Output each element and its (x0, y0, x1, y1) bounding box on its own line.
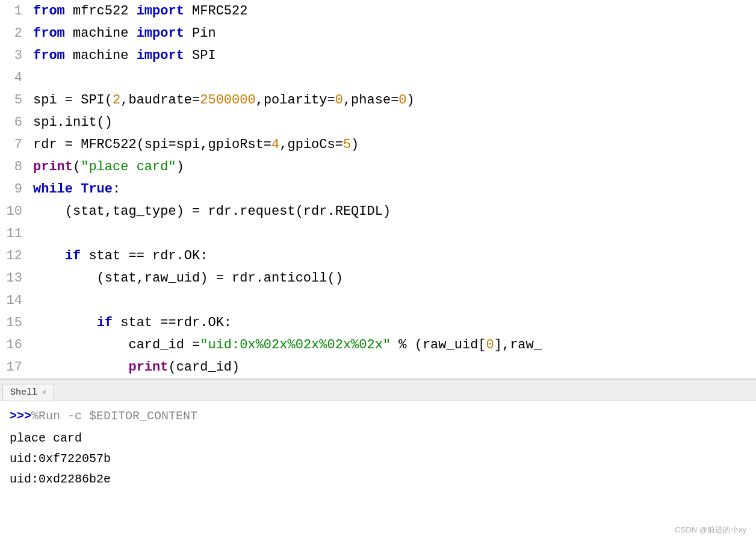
code-token: (stat,tag_type) = rdr.request(rdr.REQIDL… (33, 204, 391, 219)
code-token: "uid:0x%02x%02x%02x%02x" (200, 337, 391, 353)
code-token (33, 248, 65, 263)
shell-output: place carduid:0xf722057buid:0xd2286b2e (10, 428, 746, 490)
line-content: card_id ="uid:0x%02x%02x%02x%02x" % (raw… (33, 334, 756, 356)
line-content: from machine import SPI (33, 45, 756, 67)
line-number: 5 (0, 89, 33, 111)
code-token: ],raw_ (494, 337, 542, 353)
code-token: 2500000 (200, 93, 255, 108)
line-number: 1 (0, 0, 33, 22)
shell-output-line: uid:0xf722057b (10, 449, 746, 469)
line-content: from mfrc522 import MFRC522 (33, 0, 756, 22)
code-token (33, 315, 97, 330)
code-token: ) (176, 159, 184, 174)
code-token: stat == rdr.OK: (81, 248, 208, 263)
code-token: spi.init() (33, 115, 113, 130)
code-token: ) (351, 137, 359, 152)
line-number: 12 (0, 245, 33, 267)
code-token: machine (65, 26, 137, 41)
code-token: ,baudrate= (120, 93, 200, 108)
line-number: 15 (0, 312, 33, 334)
code-token: 0 (398, 93, 406, 108)
line-content: spi.init() (33, 111, 756, 134)
code-token: while (33, 182, 73, 197)
code-line: 7rdr = MFRC522(spi=spi,gpioRst=4,gpioCs=… (0, 134, 756, 156)
code-token: stat ==rdr.OK: (113, 315, 232, 330)
code-line: 14 (0, 289, 756, 312)
code-token: if (97, 315, 113, 330)
line-content: print("place card") (33, 156, 756, 178)
code-token: mfrc522 (65, 4, 137, 19)
line-number: 3 (0, 45, 33, 67)
code-token: card_id = (33, 337, 200, 353)
editor-area: 1from mfrc522 import MFRC5222from machin… (0, 0, 756, 379)
code-token: ) (407, 93, 415, 108)
line-number: 4 (0, 67, 33, 89)
line-content: if stat ==rdr.OK: (33, 312, 756, 334)
code-token: import (137, 4, 184, 19)
code-token: print (33, 159, 73, 174)
code-token: ,polarity= (256, 93, 335, 108)
code-token: 0 (486, 337, 494, 353)
code-line: 10 (stat,tag_type) = rdr.request(rdr.REQ… (0, 200, 756, 223)
code-token: machine (65, 48, 137, 63)
line-number: 6 (0, 111, 33, 134)
line-number: 10 (0, 200, 33, 223)
shell-content: >>> %Run -c $EDITOR_CONTENT place cardui… (0, 401, 756, 531)
code-line: 9while True: (0, 178, 756, 200)
code-token: from (33, 26, 65, 41)
line-content: if stat == rdr.OK: (33, 245, 756, 267)
watermark: CSDN @前进的小xy (675, 525, 746, 535)
shell-tab[interactable]: Shell × (2, 384, 54, 401)
code-token: 0 (335, 93, 343, 108)
code-token: ,gpioCs= (279, 137, 343, 152)
line-number: 11 (0, 223, 33, 245)
line-number: 13 (0, 267, 33, 289)
code-token: (stat,raw_uid) = rdr.anticoll() (33, 271, 343, 286)
code-line: 12 if stat == rdr.OK: (0, 245, 756, 267)
code-token: "place card" (81, 159, 176, 174)
code-line: 1from mfrc522 import MFRC522 (0, 0, 756, 22)
code-line: 3from machine import SPI (0, 45, 756, 67)
code-token: 5 (343, 137, 351, 152)
line-number: 7 (0, 134, 33, 156)
shell-command: %Run -c $EDITOR_CONTENT (31, 406, 197, 427)
line-content: (stat,tag_type) = rdr.request(rdr.REQIDL… (33, 200, 756, 223)
line-content: spi = SPI(2,baudrate=2500000,polarity=0,… (33, 89, 756, 111)
line-content: while True: (33, 178, 756, 200)
code-token: (card_id) (168, 360, 240, 375)
code-line: 11 (0, 223, 756, 245)
line-number: 9 (0, 178, 33, 200)
code-token: Pin (184, 26, 216, 41)
code-token: True (81, 182, 113, 197)
code-token: from (33, 4, 65, 19)
code-token: import (137, 48, 184, 63)
code-token: 4 (271, 137, 279, 152)
close-icon[interactable]: × (42, 389, 46, 397)
code-token: ,phase= (343, 93, 398, 108)
shell-tab-label: Shell (10, 387, 37, 398)
code-token: ( (73, 159, 81, 174)
code-token: import (137, 26, 184, 41)
code-token: spi = SPI( (33, 93, 113, 108)
code-line: 4 (0, 67, 756, 89)
line-number: 16 (0, 334, 33, 356)
shell-output-line: place card (10, 428, 746, 449)
code-line: 8print("place card") (0, 156, 756, 178)
code-line: 2from machine import Pin (0, 22, 756, 45)
line-content: (stat,raw_uid) = rdr.anticoll() (33, 267, 756, 289)
code-token (73, 182, 81, 197)
code-token: SPI (184, 48, 216, 63)
code-token: print (128, 360, 168, 375)
code-token: rdr = MFRC522(spi=spi,gpioRst= (33, 137, 271, 152)
code-token: from (33, 48, 65, 63)
code-token: if (65, 248, 81, 263)
code-line: 13 (stat,raw_uid) = rdr.anticoll() (0, 267, 756, 289)
horizontal-scrollbar[interactable] (0, 378, 756, 379)
shell-prompt: >>> (10, 406, 31, 427)
code-token (33, 360, 128, 375)
line-number: 2 (0, 22, 33, 45)
code-token: : (113, 182, 120, 197)
line-number: 8 (0, 156, 33, 178)
code-line: 16 card_id ="uid:0x%02x%02x%02x%02x" % (… (0, 334, 756, 356)
code-editor[interactable]: 1from mfrc522 import MFRC5222from machin… (0, 0, 756, 378)
